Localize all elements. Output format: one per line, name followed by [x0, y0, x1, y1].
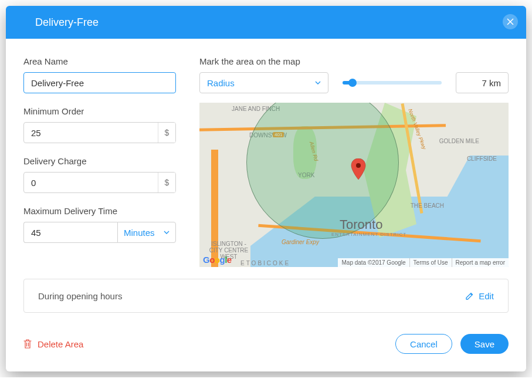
map-report-link[interactable]: Report a map error	[452, 258, 509, 267]
map-district-label: ENTERTAINMENT DISTRICT	[331, 232, 406, 237]
pencil-icon	[465, 292, 474, 300]
chevron-down-icon	[315, 81, 321, 85]
delivery-area-dialog: Delivery-Free Area Name Minimum Order $ …	[6, 6, 526, 371]
opening-hours-row: During opening hours Edit	[23, 279, 509, 313]
close-icon	[507, 18, 514, 25]
radius-display: 7 km	[456, 72, 509, 93]
mark-area-label: Mark the area on the map	[199, 56, 509, 66]
opening-hours-text: During opening hours	[38, 291, 122, 301]
chevron-down-icon	[164, 231, 170, 234]
min-order-label: Minimum Order	[23, 106, 176, 116]
save-button[interactable]: Save	[460, 334, 509, 354]
area-mode-select[interactable]: Radius	[199, 72, 328, 93]
delivery-charge-currency: $	[158, 173, 175, 192]
map-label: CLIFFSIDE	[467, 156, 497, 162]
dialog-footer: Delete Area Cancel Save	[6, 325, 526, 371]
map-data-text: Map data ©2017 Google	[338, 258, 409, 267]
map-city-label: Toronto	[340, 217, 382, 232]
min-order-input[interactable]	[23, 122, 176, 143]
delete-label: Delete Area	[38, 339, 83, 349]
min-order-currency: $	[158, 123, 175, 143]
map-label: ETOBICOKE	[240, 260, 290, 266]
edit-label: Edit	[479, 291, 494, 301]
map-canvas[interactable]: JANE AND FINCH DOWNSVIEW YORK ISLINGTON …	[199, 103, 509, 267]
radius-slider[interactable]	[337, 81, 448, 85]
map-label: GOLDEN MILE	[439, 138, 479, 144]
trash-icon	[23, 339, 32, 349]
edit-hours-button[interactable]: Edit	[465, 291, 494, 301]
map-pin-icon	[351, 158, 366, 181]
delivery-charge-input[interactable]	[23, 172, 176, 193]
delete-area-button[interactable]: Delete Area	[23, 339, 83, 349]
slider-thumb[interactable]	[348, 79, 357, 87]
dialog-title: Delivery-Free	[18, 16, 99, 29]
dialog-header: Delivery-Free	[6, 6, 526, 39]
map-label: THE BEACH	[411, 202, 444, 209]
google-logo: Google	[203, 255, 232, 265]
max-time-input[interactable]	[23, 222, 117, 243]
map-terms-link[interactable]: Terms of Use	[409, 258, 452, 267]
max-time-label: Maximum Delivery Time	[23, 206, 176, 216]
area-mode-value: Radius	[207, 78, 235, 88]
cancel-button[interactable]: Cancel	[395, 334, 452, 354]
area-name-input[interactable]	[23, 72, 176, 93]
area-name-label: Area Name	[23, 56, 176, 66]
map-label: Gardiner Expy	[282, 239, 319, 245]
svg-point-0	[356, 163, 361, 168]
delivery-charge-label: Delivery Charge	[23, 156, 176, 166]
map-attribution: Map data ©2017 Google Terms of Use Repor…	[338, 258, 509, 267]
max-time-unit-value: Minutes	[124, 228, 155, 238]
close-button[interactable]	[503, 14, 518, 29]
max-time-unit-select[interactable]: Minutes	[117, 222, 176, 243]
